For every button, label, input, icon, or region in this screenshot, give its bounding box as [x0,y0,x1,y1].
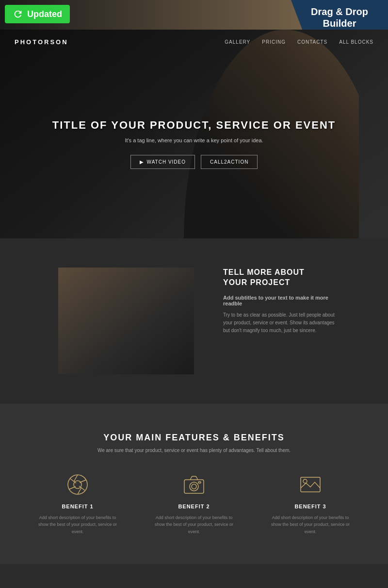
about-subtitle: Add subtitles to your text to make it mo… [223,295,340,306]
about-section: TELL MORE ABOUTYOUR PROJECT Add subtitle… [0,238,388,403]
hero-content: TITLE OF YOUR PRODUCT, SERVICE OR EVENT … [52,119,336,169]
feature-2-name: BENEFIT 2 [150,504,238,509]
hero-buttons: ▶ WATCH VIDEO CALL2ACTION [52,155,336,169]
feature-item-3: BENEFIT 3 Add short description of your … [267,472,354,535]
nav-all-blocks[interactable]: ALL BLOCKS [339,39,373,45]
svg-rect-11 [198,482,201,483]
features-title: YOUR MAIN FEATURES & BENEFITS [19,433,369,443]
about-image [58,268,194,374]
refresh-icon [13,9,23,19]
about-image-inner [58,268,194,374]
steps-section: SOLUTION IN 3 EASY STEPS Explain that yo… [0,564,388,588]
dnd-label: Drag & DropBuilder [311,6,368,29]
updated-badge: Updated [5,5,70,23]
svg-point-9 [190,482,198,491]
feature-3-name: BENEFIT 3 [267,504,354,509]
navbar-brand: PHOTORSON [15,38,68,46]
image-icon [298,472,323,497]
nav-contacts[interactable]: CONTACTS [297,39,327,45]
play-icon: ▶ [140,159,144,165]
feature-3-desc: Add short description of your benefits t… [267,514,354,535]
svg-line-3 [80,480,86,483]
navbar: PHOTORSON GALLERY PRICING CONTACTS ALL B… [0,30,388,54]
watch-video-label: WATCH VIDEO [147,159,186,165]
hero-subtitle: It's a tag line, where you can write a k… [52,137,336,143]
hero-section: PHOTORSON GALLERY PRICING CONTACTS ALL B… [0,30,388,238]
feature-item-2: BENEFIT 2 Add short description of your … [150,472,238,535]
navbar-links: GALLERY PRICING CONTACTS ALL BLOCKS [225,39,373,45]
hero-title: TITLE OF YOUR PRODUCT, SERVICE OR EVENT [52,119,336,132]
about-text: TELL MORE ABOUTYOUR PROJECT Add subtitle… [223,268,340,374]
features-grid: BENEFIT 1 Add short description of your … [19,472,369,535]
features-section: YOUR MAIN FEATURES & BENEFITS We are sur… [0,403,388,564]
about-title: TELL MORE ABOUTYOUR PROJECT [223,268,340,288]
watch-video-button[interactable]: ▶ WATCH VIDEO [130,155,195,169]
feature-2-desc: Add short description of your benefits t… [150,514,238,535]
camera-icon [182,472,206,497]
svg-point-10 [192,484,196,489]
svg-point-0 [68,475,87,494]
nav-gallery[interactable]: GALLERY [225,39,250,45]
dnd-badge: Drag & DropBuilder ↗↙ [291,0,388,30]
shutter-icon [65,472,90,497]
feature-1-desc: Add short description of your benefits t… [34,514,121,535]
page-header: Updated Drag & DropBuilder ↗↙ [0,0,388,30]
svg-point-13 [303,479,307,483]
features-subtitle: We are sure that your product, service o… [19,448,369,453]
cta-button[interactable]: CALL2ACTION [201,155,258,169]
updated-label: Updated [27,9,62,19]
feature-item-1: BENEFIT 1 Add short description of your … [34,472,121,535]
about-desc: Try to be as clear as possible. Just tel… [223,311,340,335]
nav-pricing[interactable]: PRICING [262,39,286,45]
svg-line-6 [69,487,76,489]
feature-1-name: BENEFIT 1 [34,504,121,509]
